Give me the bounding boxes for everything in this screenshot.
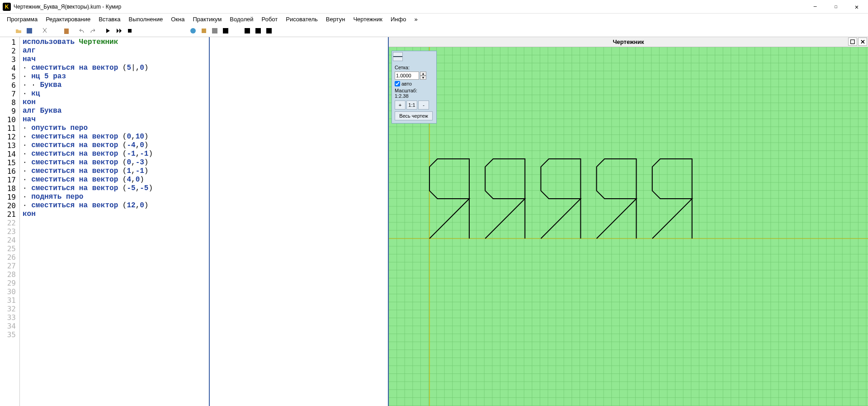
code-line[interactable]: использовать Чертежник: [23, 38, 206, 47]
menu-Программа[interactable]: Программа: [3, 14, 42, 24]
open-file-icon[interactable]: [14, 26, 24, 36]
menu-Вставка[interactable]: Вставка: [94, 14, 124, 24]
menu-Редактирование[interactable]: Редактирование: [42, 14, 94, 24]
code-line[interactable]: · сместиться на вектор (0,10): [23, 133, 206, 141]
zoom-in-button[interactable]: +: [395, 100, 406, 110]
svg-rect-15: [212, 28, 217, 33]
svg-point-13: [190, 28, 196, 33]
globe-icon[interactable]: [188, 26, 198, 36]
save-file-icon[interactable]: [24, 26, 34, 36]
drawer-canvas[interactable]: Сетка: ▲▼ авто Масштаб: 1:2.38 + 1:1 -: [389, 47, 868, 406]
menu-»[interactable]: »: [410, 14, 421, 24]
code-line[interactable]: · нц 5 раз: [23, 72, 206, 81]
minimize-button[interactable]: ─: [805, 0, 826, 14]
book-icon[interactable]: [199, 26, 209, 36]
menu-Окна[interactable]: Окна: [167, 14, 189, 24]
code-line[interactable]: · · Буква: [23, 81, 206, 90]
grid-spinner[interactable]: ▲▼: [420, 72, 426, 80]
line-number: 25: [0, 244, 19, 253]
game-icon[interactable]: [221, 26, 231, 36]
menu-icon[interactable]: [393, 52, 403, 61]
menu-Практикум[interactable]: Практикум: [189, 14, 226, 24]
line-number: 21: [0, 210, 19, 219]
code-line[interactable]: · поднять перо: [23, 193, 206, 201]
code-line[interactable]: · сместиться на вектор (-1,-1): [23, 150, 206, 158]
code-line[interactable]: · сместиться на вектор (12,0): [23, 201, 206, 210]
grid2-icon[interactable]: [210, 26, 220, 36]
line-number: 11: [0, 124, 19, 133]
drawer-maximize-button[interactable]: ☐: [848, 38, 857, 46]
step-icon[interactable]: [114, 26, 124, 36]
titlebar: K Чертежник_Буква_Я(векторы).kum - Кумир…: [0, 0, 868, 14]
stop-icon[interactable]: [125, 26, 135, 36]
code-line[interactable]: кон: [23, 210, 206, 219]
code-line[interactable]: · сместиться на вектор (1,-1): [23, 167, 206, 176]
svg-rect-8: [64, 29, 69, 34]
toolbar: [0, 24, 868, 37]
menu-Водолей[interactable]: Водолей: [226, 14, 257, 24]
line-number: 15: [0, 158, 19, 167]
menu-Чертежник[interactable]: Чертежник: [349, 14, 387, 24]
zoom-reset-button[interactable]: 1:1: [406, 100, 417, 110]
zoom-out-button[interactable]: -: [418, 100, 429, 110]
grid-icon[interactable]: [162, 26, 172, 36]
line-number: 17: [0, 176, 19, 184]
line-number: 2: [0, 47, 19, 55]
run-icon[interactable]: [103, 26, 113, 36]
scale-value: 1:2.38: [395, 93, 409, 99]
copy-icon[interactable]: [51, 26, 61, 36]
line-number: 4: [0, 64, 19, 72]
line-number: 34: [0, 322, 19, 330]
code-line[interactable]: нач: [23, 55, 206, 64]
house1-icon[interactable]: [242, 26, 252, 36]
code-line[interactable]: алг: [23, 47, 206, 55]
menu-Рисователь[interactable]: Рисователь: [282, 14, 321, 24]
redo-icon[interactable]: [88, 26, 98, 36]
code-line[interactable]: · кц: [23, 90, 206, 98]
menu-Робот[interactable]: Робот: [258, 14, 282, 24]
code-line[interactable]: · сместиться на вектор (4,0): [23, 176, 206, 184]
line-number: 26: [0, 253, 19, 262]
code-line[interactable]: · сместиться на вектор (-4,0): [23, 141, 206, 150]
plus-grid-icon[interactable]: [264, 26, 274, 36]
house2-icon[interactable]: [253, 26, 263, 36]
line-number: 35: [0, 330, 19, 339]
new-file-icon[interactable]: [3, 26, 13, 36]
line-number: 33: [0, 313, 19, 322]
drawer-titlebar: Чертежник ☐ ✕: [389, 37, 868, 47]
line-number: 30: [0, 287, 19, 296]
auto-checkbox[interactable]: [395, 81, 400, 86]
undo-icon[interactable]: [77, 26, 87, 36]
menu-Вертун[interactable]: Вертун: [322, 14, 349, 24]
eval-icon[interactable]: [140, 26, 150, 36]
grid-size-input[interactable]: [395, 72, 419, 80]
line-number: 32: [0, 305, 19, 313]
code-line[interactable]: · сместиться на вектор (5|,0): [23, 64, 206, 72]
matrix-icon[interactable]: [177, 26, 187, 36]
close-button[interactable]: ✕: [846, 0, 867, 14]
editor-pane: 1234567891011121314151617181920212223242…: [0, 37, 389, 406]
line-number: 28: [0, 270, 19, 279]
code-line[interactable]: · сместиться на вектор (0,-3): [23, 158, 206, 167]
menu-Инфо[interactable]: Инфо: [387, 14, 410, 24]
menu-Выполнение[interactable]: Выполнение: [124, 14, 167, 24]
line-number: 7: [0, 90, 19, 98]
draw-icon[interactable]: [231, 26, 241, 36]
line-number: 31: [0, 296, 19, 305]
cube-icon[interactable]: [151, 26, 161, 36]
code-line[interactable]: кон: [23, 98, 206, 107]
code-line[interactable]: · сместиться на вектор (-5,-5): [23, 184, 206, 193]
fit-all-button[interactable]: Весь чертеж: [395, 111, 433, 120]
scale-label: Масштаб:: [395, 88, 417, 93]
drawer-close-button[interactable]: ✕: [858, 38, 867, 46]
svg-rect-21: [255, 28, 261, 33]
maximize-button[interactable]: ☐: [826, 0, 846, 14]
auto-label: авто: [401, 81, 412, 86]
code-line[interactable]: нач: [23, 115, 206, 124]
code-line[interactable]: · опустить перо: [23, 124, 206, 133]
drawer-pane: Чертежник ☐ ✕ Сетка: ▲▼ авто Мас: [389, 37, 868, 406]
paste-icon[interactable]: [61, 26, 71, 36]
code-line[interactable]: алг Буква: [23, 107, 206, 115]
cut-icon[interactable]: [40, 26, 50, 36]
code-editor[interactable]: использовать Чертежникалгнач· сместиться…: [20, 37, 210, 406]
